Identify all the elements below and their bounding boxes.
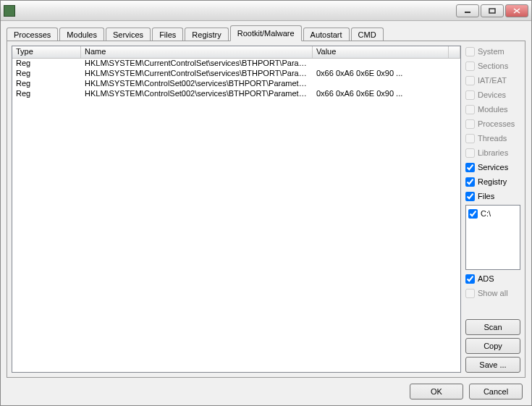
ok-button[interactable]: OK: [410, 384, 463, 399]
drive-list[interactable]: C:\: [465, 205, 520, 270]
check-iateat: IAT/EAT: [465, 75, 520, 86]
col-name[interactable]: Name: [81, 46, 313, 58]
tab-panel: Type Name Value Reg HKLM\SYSTEM\CurrentC…: [7, 41, 525, 378]
svg-rect-1: [489, 9, 495, 13]
col-type[interactable]: Type: [12, 46, 81, 58]
check-files[interactable]: Files: [465, 190, 520, 202]
tab-files[interactable]: Files: [152, 28, 183, 41]
results-list[interactable]: Type Name Value Reg HKLM\SYSTEM\CurrentC…: [12, 46, 461, 373]
check-modules: Modules: [465, 103, 520, 115]
cancel-button[interactable]: Cancel: [469, 384, 523, 399]
check-devices: Devices: [465, 89, 520, 101]
check-system: System: [465, 46, 520, 57]
tab-modules[interactable]: Modules: [59, 28, 104, 41]
col-value[interactable]: Value: [313, 46, 449, 58]
content-area: Processes Modules Services Files Registr…: [1, 21, 531, 405]
tab-autostart[interactable]: Autostart: [303, 28, 350, 41]
maximize-icon: [489, 8, 496, 14]
col-spacer: [449, 46, 460, 58]
dialog-buttons: OK Cancel: [410, 384, 523, 399]
table-row[interactable]: Reg HKLM\SYSTEM\CurrentControlSet\servic…: [12, 69, 460, 79]
tab-rootkit-malware[interactable]: Rootkit/Malware: [230, 25, 302, 41]
table-row[interactable]: Reg HKLM\SYSTEM\ControlSet002\services\B…: [12, 79, 460, 89]
list-body: Reg HKLM\SYSTEM\CurrentControlSet\servic…: [12, 59, 460, 99]
tab-cmd[interactable]: CMD: [351, 28, 384, 41]
tab-processes[interactable]: Processes: [7, 28, 58, 41]
check-ads[interactable]: ADS: [465, 273, 520, 284]
check-processes: Processes: [465, 118, 520, 130]
table-row[interactable]: Reg HKLM\SYSTEM\ControlSet002\services\B…: [12, 89, 460, 99]
save-button[interactable]: Save ...: [465, 357, 520, 373]
copy-button[interactable]: Copy: [465, 338, 520, 354]
tab-registry[interactable]: Registry: [185, 28, 228, 41]
maximize-button[interactable]: [481, 4, 504, 17]
check-services[interactable]: Services: [465, 161, 520, 173]
check-libraries: Libraries: [465, 147, 520, 158]
check-registry[interactable]: Registry: [465, 176, 520, 187]
check-sections: Sections: [465, 60, 520, 72]
app-icon: [4, 5, 15, 17]
titlebar[interactable]: [1, 1, 531, 21]
close-button[interactable]: [505, 4, 528, 17]
minimize-button[interactable]: [456, 4, 479, 17]
app-window: Processes Modules Services Files Registr…: [0, 0, 532, 406]
check-drive-c[interactable]: C:\: [468, 208, 518, 219]
scan-button[interactable]: Scan: [465, 319, 520, 335]
options-sidebar: System Sections IAT/EAT Devices Modules …: [465, 46, 520, 373]
close-icon: [513, 8, 520, 14]
list-header: Type Name Value: [12, 46, 460, 59]
tab-services[interactable]: Services: [106, 28, 151, 41]
check-showall: Show all: [465, 287, 520, 299]
minimize-icon: [464, 8, 471, 14]
tab-bar: Processes Modules Services Files Registr…: [7, 25, 525, 41]
check-threads: Threads: [465, 132, 520, 144]
table-row[interactable]: Reg HKLM\SYSTEM\CurrentControlSet\servic…: [12, 59, 460, 69]
